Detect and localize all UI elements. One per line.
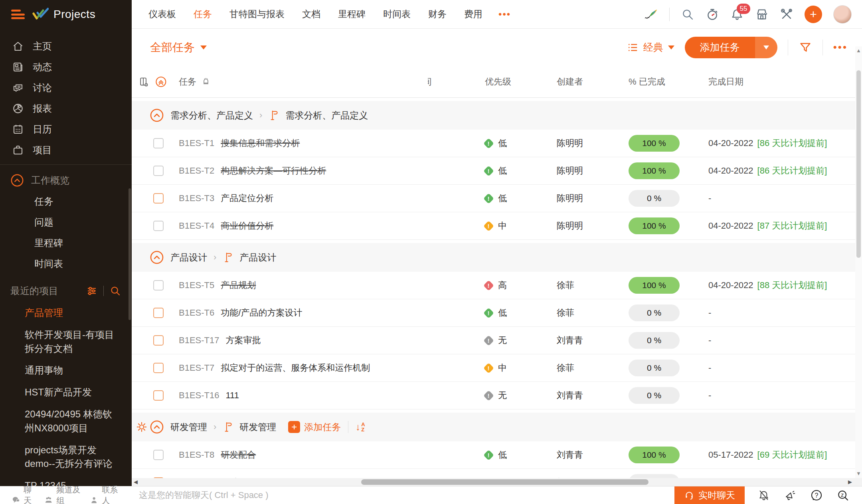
mute-notifications-icon[interactable] [757, 488, 771, 502]
app-logo[interactable]: Projects [32, 7, 95, 22]
tools-icon[interactable] [780, 8, 793, 21]
help-icon[interactable]: ? [809, 488, 824, 502]
sidebar-work-item-问题[interactable]: 问题 [0, 212, 132, 233]
bottombar-item-聊天[interactable]: 聊天 [7, 484, 40, 504]
task-checkbox[interactable] [153, 335, 164, 346]
nav-more-button[interactable]: ••• [498, 9, 511, 20]
task-name-link[interactable]: 研发配合 [221, 449, 256, 461]
scroll-right-arrow-icon[interactable]: ▶ [846, 478, 854, 486]
task-name-link[interactable]: 功能/产品的方案设计 [221, 307, 302, 319]
group-collapse-icon[interactable] [150, 420, 164, 434]
task-checkbox[interactable] [153, 221, 164, 231]
sidebar-item-项目[interactable]: 项目 [0, 140, 132, 160]
sidebar-item-日历[interactable]: 日历 [0, 119, 132, 140]
sidebar-project-item[interactable]: 产品管理 [0, 302, 132, 324]
nav-tab-4[interactable]: 文档 [302, 8, 320, 20]
task-checkbox[interactable] [153, 193, 164, 204]
sidebar-project-item[interactable]: 通用事物 [0, 360, 132, 381]
sidebar-work-item-里程碑[interactable]: 里程碑 [0, 233, 132, 253]
horizontal-scrollbar[interactable]: ◀ ▶ [132, 478, 862, 486]
milestone-name[interactable]: 需求分析、产品定义 [285, 109, 368, 122]
task-name-link[interactable]: 构思解决方案—可行性分析 [221, 165, 326, 177]
signature-feather-icon[interactable] [645, 8, 658, 21]
nav-tab-3[interactable]: 甘特图与报表 [229, 8, 285, 20]
column-settings-icon[interactable] [139, 76, 149, 88]
sidebar-work-item-任务[interactable]: 任务 [0, 191, 132, 212]
nav-tab-2[interactable]: 任务 [194, 8, 212, 20]
task-checkbox[interactable] [153, 450, 164, 460]
task-checkbox[interactable] [153, 363, 164, 373]
notifications-bell-icon[interactable]: 55 [730, 8, 744, 21]
bottombar-item-频道及组[interactable]: 频道及组 [40, 484, 85, 504]
task-name-link[interactable]: 搜集信息和需求分析 [221, 137, 300, 149]
project-search-icon[interactable] [109, 285, 121, 297]
sidebar-project-item[interactable]: HST新产品开发 [0, 381, 132, 403]
nav-tab-7[interactable]: 财务 [428, 8, 447, 20]
column-header-priority[interactable]: 优先级 [485, 76, 557, 88]
task-view-selector[interactable]: 全部任务 [150, 40, 207, 55]
add-new-button[interactable]: + [805, 6, 822, 23]
milestone-name[interactable]: 产品设计 [239, 251, 276, 264]
add-task-dropdown[interactable] [755, 37, 777, 58]
sidebar-scrollbar[interactable] [129, 188, 131, 320]
reminder-bell-icon[interactable] [201, 77, 211, 87]
task-checkbox[interactable] [153, 390, 164, 401]
project-filter-icon[interactable] [86, 285, 98, 297]
sidebar-item-讨论[interactable]: 讨论 [0, 77, 132, 98]
announcements-icon[interactable] [783, 488, 797, 502]
group-add-task-button[interactable]: +添加任务 [288, 421, 341, 433]
milestone-name[interactable]: 研发管理 [239, 421, 276, 433]
group-collapse-icon[interactable] [150, 108, 164, 123]
task-name-link[interactable]: 拟定对于的运营、服务体系和运作机制 [221, 362, 370, 374]
smart-chat-input[interactable] [139, 490, 674, 500]
bottombar-item-联系人[interactable]: 联系人 [85, 484, 125, 504]
sidebar-project-item[interactable]: projects场景开发 demo--无拆分有评论 [0, 439, 132, 475]
task-name-link[interactable]: 方案审批 [226, 334, 261, 346]
scroll-up-arrow-icon[interactable]: ▲ [855, 46, 862, 55]
view-mode-selector[interactable]: 经典 [627, 41, 674, 54]
nav-tab-8[interactable]: 费用 [464, 8, 482, 20]
task-checkbox[interactable] [153, 138, 164, 148]
column-header-date[interactable]: 完成日期 [708, 76, 862, 88]
task-name-link[interactable]: 商业价值分析 [221, 220, 273, 232]
nav-tab-1[interactable]: 仪表板 [148, 8, 176, 20]
vertical-scrollbar[interactable]: ▲ ▼ [855, 46, 862, 478]
sidebar-item-报表[interactable]: 报表 [0, 98, 132, 119]
sidebar-section-work-overview[interactable]: 工作概览 [0, 170, 132, 191]
add-task-button[interactable]: 添加任务 [685, 37, 777, 58]
group-collapse-icon[interactable] [150, 250, 164, 265]
zia-search-icon[interactable]: z [836, 488, 850, 502]
nav-tab-6[interactable]: 时间表 [383, 8, 411, 20]
task-checkbox[interactable] [153, 308, 164, 318]
filter-funnel-icon[interactable] [799, 41, 812, 54]
sort-az-button[interactable]: ↓AZ [356, 421, 365, 433]
task-checkbox[interactable] [153, 280, 164, 291]
nav-tab-5[interactable]: 里程碑 [338, 8, 366, 20]
view-more-button[interactable]: ••• [833, 41, 848, 53]
column-header-percent[interactable]: % 已完成 [629, 76, 708, 88]
sidebar-project-item[interactable]: 20494/20495 林德钦州NX8000项目 [0, 403, 132, 439]
sidebar-item-动态[interactable]: 动态 [0, 57, 132, 77]
timer-icon[interactable] [706, 8, 719, 21]
task-checkbox[interactable] [153, 166, 164, 176]
hamburger-menu-icon[interactable] [11, 10, 25, 19]
scroll-down-arrow-icon[interactable]: ▼ [855, 469, 862, 478]
task-name-link[interactable]: 111 [226, 390, 239, 401]
scroll-left-arrow-icon[interactable]: ◀ [132, 478, 140, 486]
group-settings-gear-icon[interactable] [136, 421, 148, 433]
collapse-all-icon[interactable] [155, 75, 167, 89]
group-name[interactable]: 需求分析、产品定义 [170, 109, 253, 122]
search-icon[interactable] [681, 8, 694, 21]
horizontal-scroll-thumb[interactable] [361, 479, 648, 485]
column-header-creator[interactable]: 创建者 [557, 76, 629, 88]
vertical-scroll-thumb[interactable] [856, 70, 861, 258]
sidebar-work-item-时间表[interactable]: 时间表 [0, 253, 132, 274]
group-name[interactable]: 产品设计 [170, 251, 207, 264]
sidebar-project-item[interactable]: 软件开发项目-有项目拆分有文档 [0, 324, 132, 360]
group-name[interactable]: 研发管理 [170, 421, 207, 433]
marketplace-icon[interactable] [755, 8, 769, 21]
user-avatar[interactable] [833, 5, 852, 24]
column-header-task[interactable]: 任务 [179, 76, 196, 88]
sidebar-item-主页[interactable]: 主页 [0, 36, 132, 57]
live-chat-button[interactable]: 实时聊天 [674, 486, 745, 504]
